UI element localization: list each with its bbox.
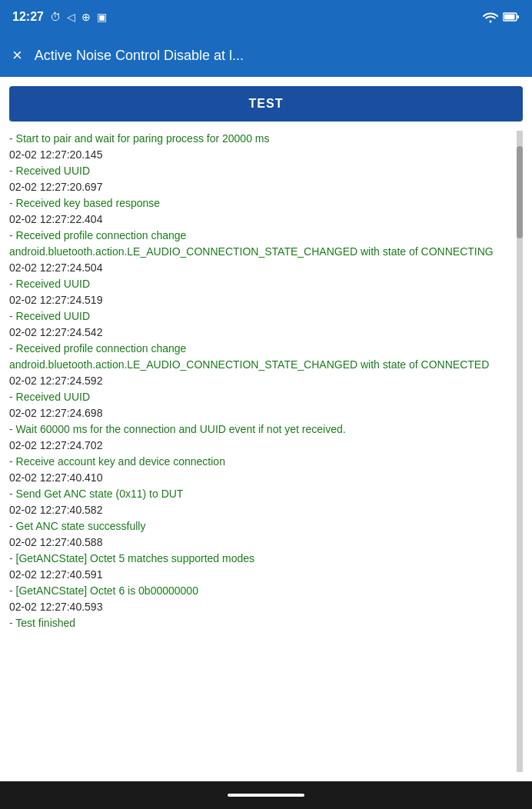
content-area: TEST - Start to pair and wait for paring…	[0, 77, 532, 781]
log-line: - Receive account key and device connect…	[9, 454, 507, 470]
screen-icon: ▣	[97, 11, 107, 23]
log-line: - Get ANC state successfully	[9, 518, 507, 534]
log-line: 02-02 12:27:24.592	[9, 373, 507, 389]
alarm-icon: ⏱	[50, 11, 61, 23]
status-time: 12:27	[12, 10, 44, 24]
log-line: 02-02 12:27:24.542	[9, 325, 507, 341]
log-line: 02-02 12:27:40.410	[9, 470, 507, 486]
log-line: - Received UUID	[9, 389, 507, 405]
log-line: 02-02 12:27:40.591	[9, 567, 507, 583]
log-line: 02-02 12:27:40.593	[9, 599, 507, 615]
status-bar-right	[483, 11, 520, 23]
log-line: - [GetANCState] Octet 5 matches supporte…	[9, 551, 507, 567]
app-bar-title: Active Noise Control Disable at l...	[35, 48, 520, 64]
test-button[interactable]: TEST	[9, 86, 523, 122]
log-line: - Test finished	[9, 615, 507, 631]
phone-screen: 12:27 ⏱ ◁ ⊕ ▣ × Active Noise Control Dis…	[0, 0, 532, 809]
vpn-icon: ◁	[67, 11, 75, 23]
log-line: 02-02 12:27:20.697	[9, 179, 507, 195]
log-line: 02-02 12:27:22.404	[9, 211, 507, 228]
scrollbar-track	[517, 131, 523, 772]
log-line: 02-02 12:27:24.702	[9, 438, 507, 454]
home-indicator	[228, 794, 304, 797]
scrollbar-thumb	[517, 146, 523, 238]
log-area-wrapper: - Start to pair and wait for paring proc…	[9, 131, 523, 772]
log-content: - Start to pair and wait for paring proc…	[9, 131, 517, 631]
log-line: - [GetANCState] Octet 6 is 0b00000000	[9, 583, 507, 599]
log-line: - Received UUID	[9, 163, 507, 179]
log-line: - Received UUID	[9, 276, 507, 292]
log-line: 02-02 12:27:24.519	[9, 292, 507, 308]
log-line: - Received key based response	[9, 195, 507, 211]
app-bar: × Active Noise Control Disable at l...	[0, 34, 532, 77]
battery-icon	[503, 12, 520, 22]
log-line: 02-02 12:27:24.698	[9, 405, 507, 421]
status-bar-left: 12:27 ⏱ ◁ ⊕ ▣	[12, 10, 107, 24]
cast-icon: ⊕	[81, 11, 91, 23]
log-line: - Start to pair and wait for paring proc…	[9, 131, 507, 147]
log-line: - Received UUID	[9, 308, 507, 325]
log-line: - Send Get ANC state (0x11) to DUT	[9, 486, 507, 502]
log-line: 02-02 12:27:40.588	[9, 534, 507, 551]
log-line: - Received profile connection change and…	[9, 341, 507, 373]
close-button[interactable]: ×	[12, 45, 22, 65]
bottom-nav	[0, 781, 532, 809]
log-line: 02-02 12:27:24.504	[9, 260, 507, 276]
svg-rect-1	[504, 15, 515, 20]
log-line: 02-02 12:27:40.582	[9, 502, 507, 518]
log-line: 02-02 12:27:20.145	[9, 147, 507, 163]
log-area[interactable]: - Start to pair and wait for paring proc…	[9, 131, 517, 772]
wifi-icon	[483, 11, 498, 23]
svg-rect-2	[517, 15, 520, 18]
status-bar: 12:27 ⏱ ◁ ⊕ ▣	[0, 0, 532, 34]
log-line: - Received profile connection change and…	[9, 228, 507, 260]
log-line: - Wait 60000 ms for the connection and U…	[9, 421, 507, 438]
